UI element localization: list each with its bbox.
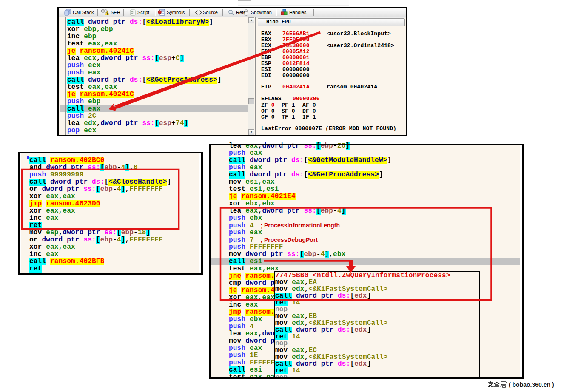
svg-text:( bobao.360.cn ): ( bobao.360.cn ) [509, 381, 554, 388]
